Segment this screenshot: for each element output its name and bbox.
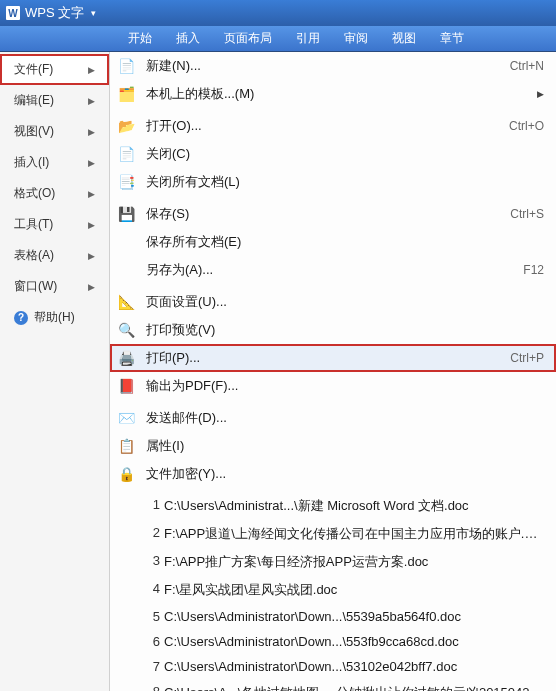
menu-save[interactable]: 💾保存(S)Ctrl+S <box>110 200 556 228</box>
wps-icon: W <box>6 6 20 20</box>
sidebar-item-table[interactable]: 表格(A)▶ <box>0 240 109 271</box>
menu-new[interactable]: 📄新建(N)...Ctrl+N <box>110 52 556 80</box>
mail-icon: ✉️ <box>116 408 136 428</box>
close-file-icon: 📄 <box>116 144 136 164</box>
menu-exportpdf[interactable]: 📕输出为PDF(F)... <box>110 372 556 400</box>
recent-item-1[interactable]: 1C:\Users\Administrat...\新建 Microsoft Wo… <box>110 492 556 520</box>
closeall-icon: 📑 <box>116 172 136 192</box>
menu-closeall[interactable]: 📑关闭所有文档(L) <box>110 168 556 196</box>
recent-item-6[interactable]: 6C:\Users\Administrator\Down...\553fb9cc… <box>110 629 556 654</box>
recent-item-2[interactable]: 2F:\APP退道\上海经闻文化传播公司在中国主力应用市场的账户.docx <box>110 520 556 548</box>
chevron-right-icon: ▶ <box>88 158 95 168</box>
pdf-icon: 📕 <box>116 376 136 396</box>
recent-item-4[interactable]: 4F:\星风实战团\星风实战团.doc <box>110 576 556 604</box>
menu-printpreview[interactable]: 🔍打印预览(V) <box>110 316 556 344</box>
chevron-right-icon: ▶ <box>88 96 95 106</box>
properties-icon: 📋 <box>116 436 136 456</box>
lock-icon: 🔒 <box>116 464 136 484</box>
print-preview-icon: 🔍 <box>116 320 136 340</box>
menubar-start[interactable]: 开始 <box>116 26 164 51</box>
app-title: WPS 文字 <box>25 4 84 22</box>
print-icon: 🖨️ <box>116 348 136 368</box>
menu-print[interactable]: 🖨️打印(P)...Ctrl+P <box>110 344 556 372</box>
chevron-right-icon: ▶ <box>88 251 95 261</box>
menu-sendmail[interactable]: ✉️发送邮件(D)... <box>110 404 556 432</box>
menubar-review[interactable]: 审阅 <box>332 26 380 51</box>
saveas-icon <box>116 260 136 280</box>
menu-saveall[interactable]: 保存所有文档(E) <box>110 228 556 256</box>
menubar-chapter[interactable]: 章节 <box>428 26 476 51</box>
menu-templates[interactable]: 🗂️本机上的模板...(M)▶ <box>110 80 556 108</box>
app-title-wrap: W WPS 文字 ▾ <box>6 4 96 22</box>
chevron-right-icon: ▶ <box>88 282 95 292</box>
sidebar-item-format[interactable]: 格式(O)▶ <box>0 178 109 209</box>
sidebar-item-view[interactable]: 视图(V)▶ <box>0 116 109 147</box>
menu-open[interactable]: 📂打开(O)...Ctrl+O <box>110 112 556 140</box>
menu-pagesetup[interactable]: 📐页面设置(U)... <box>110 288 556 316</box>
chevron-right-icon: ▶ <box>537 89 544 99</box>
menubar-view[interactable]: 视图 <box>380 26 428 51</box>
save-icon: 💾 <box>116 204 136 224</box>
page-setup-icon: 📐 <box>116 292 136 312</box>
folder-open-icon: 📂 <box>116 116 136 136</box>
chevron-right-icon: ▶ <box>88 65 95 75</box>
menu-properties[interactable]: 📋属性(I) <box>110 432 556 460</box>
recent-item-5[interactable]: 5C:\Users\Administrator\Down...\5539a5ba… <box>110 604 556 629</box>
chevron-right-icon: ▶ <box>88 127 95 137</box>
layout: 文件(F)▶ 编辑(E)▶ 视图(V)▶ 插入(I)▶ 格式(O)▶ 工具(T)… <box>0 52 556 691</box>
template-icon: 🗂️ <box>116 84 136 104</box>
help-icon: ? <box>14 311 28 325</box>
sidebar-item-insert[interactable]: 插入(I)▶ <box>0 147 109 178</box>
sidebar-item-tools[interactable]: 工具(T)▶ <box>0 209 109 240</box>
menubar-layout[interactable]: 页面布局 <box>212 26 284 51</box>
menubar-reference[interactable]: 引用 <box>284 26 332 51</box>
menu-encrypt[interactable]: 🔒文件加密(Y)... <box>110 460 556 488</box>
menubar-insert[interactable]: 插入 <box>164 26 212 51</box>
sidebar-item-edit[interactable]: 编辑(E)▶ <box>0 85 109 116</box>
titlebar: W WPS 文字 ▾ <box>0 0 556 26</box>
menu-saveas[interactable]: 另存为(A)...F12 <box>110 256 556 284</box>
new-file-icon: 📄 <box>116 56 136 76</box>
recent-item-8[interactable]: 8C:\Users\A...\各地过敏地图 一分钟揪出让你过敏的元凶201504… <box>110 679 556 691</box>
chevron-right-icon: ▶ <box>88 189 95 199</box>
menu-close[interactable]: 📄关闭(C) <box>110 140 556 168</box>
recent-item-7[interactable]: 7C:\Users\Administrator\Down...\53102e04… <box>110 654 556 679</box>
dropdown-arrow-icon[interactable]: ▾ <box>91 8 96 18</box>
recent-item-3[interactable]: 3F:\APP推广方案\每日经济报APP运营方案.doc <box>110 548 556 576</box>
saveall-icon <box>116 232 136 252</box>
menubar: 开始 插入 页面布局 引用 审阅 视图 章节 <box>0 26 556 52</box>
sidebar-item-file[interactable]: 文件(F)▶ <box>0 54 109 85</box>
sidebar-item-help[interactable]: ?帮助(H) <box>0 302 109 333</box>
chevron-right-icon: ▶ <box>88 220 95 230</box>
sidebar-item-window[interactable]: 窗口(W)▶ <box>0 271 109 302</box>
sidebar: 文件(F)▶ 编辑(E)▶ 视图(V)▶ 插入(I)▶ 格式(O)▶ 工具(T)… <box>0 52 110 691</box>
file-menu: 📄新建(N)...Ctrl+N 🗂️本机上的模板...(M)▶ 📂打开(O)..… <box>110 52 556 691</box>
